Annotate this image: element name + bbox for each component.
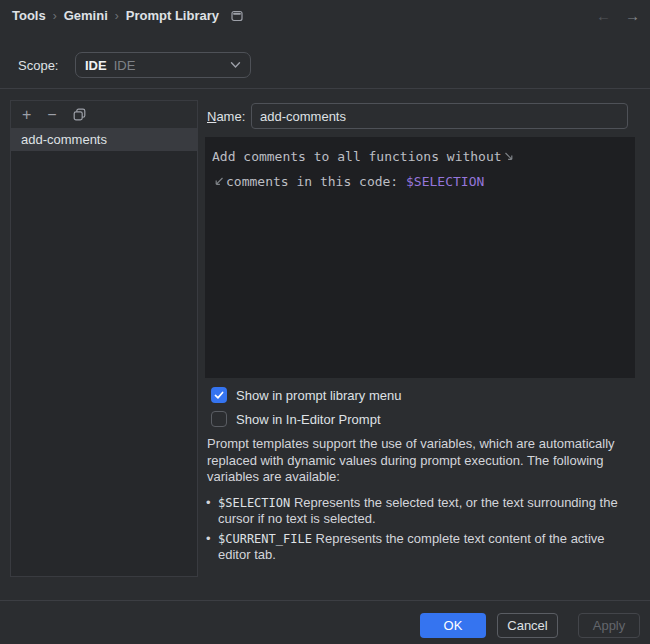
breadcrumb-separator: ›: [53, 9, 57, 23]
header-divider: [0, 88, 650, 89]
copy-icon: [73, 108, 86, 121]
settings-dialog: Tools › Gemini › Prompt Library ← → Scop…: [0, 0, 650, 644]
footer-divider: [0, 600, 650, 601]
breadcrumb-separator: ›: [115, 9, 119, 23]
soft-wrap-icon: [504, 146, 514, 170]
editor-line: Add comments to all functions without: [212, 145, 628, 170]
variable-name: $CURRENT_FILE: [218, 532, 312, 546]
bullet-icon: •: [206, 531, 211, 547]
name-label-mnemonic: N: [207, 109, 216, 124]
variables-list: • $SELECTION Represents the selected tex…: [206, 495, 626, 567]
breadcrumb-item-tools[interactable]: Tools: [12, 8, 46, 23]
forward-arrow-icon[interactable]: →: [625, 7, 640, 24]
window-icon: [231, 10, 243, 22]
variable-name: $SELECTION: [218, 496, 290, 510]
duplicate-button[interactable]: [73, 108, 86, 121]
add-button[interactable]: +: [22, 107, 31, 123]
name-input[interactable]: add-comments: [251, 103, 628, 129]
name-label-rest: ame:: [216, 109, 245, 124]
chevron-down-icon: [230, 61, 241, 69]
list-item-add-comments[interactable]: add-comments: [11, 129, 197, 151]
editor-line: comments in this code: $SELECTION: [212, 170, 628, 195]
variables-help-text: Prompt templates support the use of vari…: [207, 436, 627, 486]
prompt-list-panel: + − add-comments: [10, 100, 198, 577]
breadcrumb-item-prompt-library: Prompt Library: [126, 8, 219, 23]
checkbox-label: Show in prompt library menu: [236, 388, 401, 403]
bullet-icon: •: [206, 495, 211, 511]
scope-label: Scope:: [18, 58, 58, 73]
soft-wrap-continuation-icon: [214, 171, 224, 195]
checkbox-unchecked-icon[interactable]: [211, 411, 227, 427]
back-arrow-icon[interactable]: ←: [596, 7, 611, 24]
cancel-button[interactable]: Cancel: [497, 613, 558, 638]
ok-button[interactable]: OK: [420, 613, 486, 638]
scope-dropdown[interactable]: IDE IDE: [75, 52, 251, 78]
editor-text: Add comments to all functions without: [212, 149, 502, 164]
checkbox-show-in-in-editor-prompt[interactable]: Show in In-Editor Prompt: [211, 411, 381, 427]
scope-selected-value: IDE: [85, 58, 107, 73]
variable-item-current-file: • $CURRENT_FILE Represents the complete …: [206, 531, 626, 563]
editor-variable-token: $SELECTION: [406, 174, 484, 189]
name-label: Name:: [207, 109, 245, 124]
remove-button[interactable]: −: [47, 107, 56, 123]
name-input-value: add-comments: [260, 109, 346, 124]
breadcrumb: Tools › Gemini › Prompt Library: [12, 8, 243, 23]
history-nav: ← →: [596, 7, 640, 24]
checkbox-show-in-prompt-library-menu[interactable]: Show in prompt library menu: [211, 387, 401, 403]
apply-button: Apply: [578, 613, 640, 638]
checkbox-label: Show in In-Editor Prompt: [236, 412, 381, 427]
scope-secondary-value: IDE: [114, 58, 136, 73]
variable-item-selection: • $SELECTION Represents the selected tex…: [206, 495, 626, 527]
prompt-list-toolbar: + −: [11, 101, 197, 129]
editor-text: comments in this code:: [226, 174, 398, 189]
prompt-text-editor[interactable]: Add comments to all functions without co…: [205, 137, 635, 378]
checkbox-checked-icon[interactable]: [211, 387, 227, 403]
breadcrumb-item-gemini[interactable]: Gemini: [64, 8, 108, 23]
